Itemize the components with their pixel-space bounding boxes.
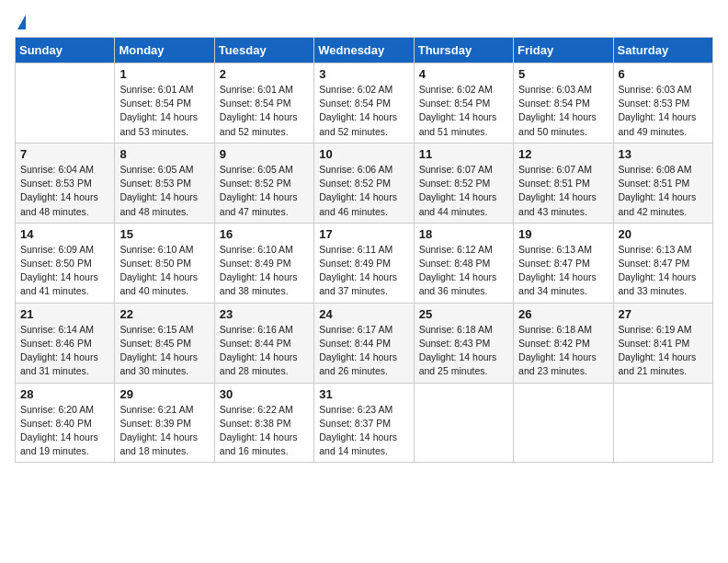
day-number: 9 bbox=[220, 147, 309, 161]
day-number: 17 bbox=[319, 227, 408, 241]
cell-content: Sunrise: 6:16 AM Sunset: 8:44 PM Dayligh… bbox=[220, 323, 309, 379]
cell-content: Sunrise: 6:07 AM Sunset: 8:51 PM Dayligh… bbox=[518, 163, 608, 219]
calendar-week-row: 1Sunrise: 6:01 AM Sunset: 8:54 PM Daylig… bbox=[16, 63, 713, 144]
calendar-cell: 23Sunrise: 6:16 AM Sunset: 8:44 PM Dayli… bbox=[214, 303, 313, 383]
day-number: 16 bbox=[220, 227, 309, 241]
header-cell-monday: Monday bbox=[115, 38, 214, 63]
calendar-cell: 5Sunrise: 6:03 AM Sunset: 8:54 PM Daylig… bbox=[514, 63, 613, 144]
cell-content: Sunrise: 6:13 AM Sunset: 8:47 PM Dayligh… bbox=[518, 243, 608, 299]
cell-content: Sunrise: 6:12 AM Sunset: 8:48 PM Dayligh… bbox=[419, 243, 508, 299]
cell-content: Sunrise: 6:15 AM Sunset: 8:45 PM Dayligh… bbox=[119, 323, 209, 379]
day-number: 28 bbox=[20, 387, 109, 401]
calendar-table: SundayMondayTuesdayWednesdayThursdayFrid… bbox=[15, 37, 713, 463]
cell-content: Sunrise: 6:10 AM Sunset: 8:50 PM Dayligh… bbox=[119, 243, 209, 299]
calendar-cell: 21Sunrise: 6:14 AM Sunset: 8:46 PM Dayli… bbox=[16, 303, 115, 383]
calendar-week-row: 14Sunrise: 6:09 AM Sunset: 8:50 PM Dayli… bbox=[16, 223, 713, 303]
cell-content: Sunrise: 6:13 AM Sunset: 8:47 PM Dayligh… bbox=[619, 243, 708, 299]
day-number: 24 bbox=[319, 307, 408, 321]
calendar-cell: 10Sunrise: 6:06 AM Sunset: 8:52 PM Dayli… bbox=[314, 143, 414, 223]
calendar-cell: 2Sunrise: 6:01 AM Sunset: 8:54 PM Daylig… bbox=[214, 63, 313, 144]
day-number: 18 bbox=[419, 227, 508, 241]
day-number: 23 bbox=[220, 307, 309, 321]
calendar-week-row: 7Sunrise: 6:04 AM Sunset: 8:53 PM Daylig… bbox=[16, 143, 713, 223]
day-number: 20 bbox=[619, 227, 708, 241]
cell-content: Sunrise: 6:23 AM Sunset: 8:37 PM Dayligh… bbox=[319, 403, 408, 459]
day-number: 27 bbox=[619, 307, 708, 321]
header-cell-wednesday: Wednesday bbox=[314, 38, 414, 63]
header-cell-thursday: Thursday bbox=[414, 38, 513, 63]
day-number: 10 bbox=[319, 147, 408, 161]
day-number: 14 bbox=[20, 227, 109, 241]
calendar-cell: 14Sunrise: 6:09 AM Sunset: 8:50 PM Dayli… bbox=[16, 223, 115, 303]
cell-content: Sunrise: 6:22 AM Sunset: 8:38 PM Dayligh… bbox=[220, 403, 309, 459]
logo-triangle-icon bbox=[17, 15, 26, 29]
day-number: 8 bbox=[119, 147, 209, 161]
calendar-cell: 16Sunrise: 6:10 AM Sunset: 8:49 PM Dayli… bbox=[214, 223, 313, 303]
calendar-cell: 17Sunrise: 6:11 AM Sunset: 8:49 PM Dayli… bbox=[314, 223, 414, 303]
header-row: SundayMondayTuesdayWednesdayThursdayFrid… bbox=[16, 38, 713, 63]
cell-content: Sunrise: 6:07 AM Sunset: 8:52 PM Dayligh… bbox=[419, 163, 508, 219]
calendar-cell: 13Sunrise: 6:08 AM Sunset: 8:51 PM Dayli… bbox=[613, 143, 712, 223]
header-cell-sunday: Sunday bbox=[16, 38, 115, 63]
calendar-cell: 27Sunrise: 6:19 AM Sunset: 8:41 PM Dayli… bbox=[613, 303, 712, 383]
cell-content: Sunrise: 6:18 AM Sunset: 8:43 PM Dayligh… bbox=[419, 323, 508, 379]
day-number: 21 bbox=[20, 307, 109, 321]
day-number: 2 bbox=[220, 67, 309, 81]
calendar-cell: 8Sunrise: 6:05 AM Sunset: 8:53 PM Daylig… bbox=[115, 143, 214, 223]
day-number: 11 bbox=[419, 147, 508, 161]
day-number: 12 bbox=[518, 147, 608, 161]
calendar-cell: 30Sunrise: 6:22 AM Sunset: 8:38 PM Dayli… bbox=[214, 383, 313, 463]
cell-content: Sunrise: 6:06 AM Sunset: 8:52 PM Dayligh… bbox=[319, 163, 408, 219]
cell-content: Sunrise: 6:04 AM Sunset: 8:53 PM Dayligh… bbox=[20, 163, 109, 219]
cell-content: Sunrise: 6:05 AM Sunset: 8:52 PM Dayligh… bbox=[220, 163, 309, 219]
cell-content: Sunrise: 6:10 AM Sunset: 8:49 PM Dayligh… bbox=[220, 243, 309, 299]
calendar-cell: 22Sunrise: 6:15 AM Sunset: 8:45 PM Dayli… bbox=[115, 303, 214, 383]
day-number: 31 bbox=[319, 387, 408, 401]
calendar-cell: 4Sunrise: 6:02 AM Sunset: 8:54 PM Daylig… bbox=[414, 63, 513, 144]
calendar-cell bbox=[16, 63, 115, 144]
cell-content: Sunrise: 6:21 AM Sunset: 8:39 PM Dayligh… bbox=[119, 403, 209, 459]
header-cell-tuesday: Tuesday bbox=[214, 38, 313, 63]
calendar-cell bbox=[613, 383, 712, 463]
cell-content: Sunrise: 6:14 AM Sunset: 8:46 PM Dayligh… bbox=[20, 323, 109, 379]
day-number: 5 bbox=[518, 67, 608, 81]
day-number: 13 bbox=[619, 147, 708, 161]
cell-content: Sunrise: 6:01 AM Sunset: 8:54 PM Dayligh… bbox=[119, 83, 209, 139]
calendar-cell: 29Sunrise: 6:21 AM Sunset: 8:39 PM Dayli… bbox=[115, 383, 214, 463]
day-number: 25 bbox=[419, 307, 508, 321]
calendar-cell: 20Sunrise: 6:13 AM Sunset: 8:47 PM Dayli… bbox=[613, 223, 712, 303]
calendar-week-row: 21Sunrise: 6:14 AM Sunset: 8:46 PM Dayli… bbox=[16, 303, 713, 383]
calendar-cell: 1Sunrise: 6:01 AM Sunset: 8:54 PM Daylig… bbox=[115, 63, 214, 144]
cell-content: Sunrise: 6:02 AM Sunset: 8:54 PM Dayligh… bbox=[319, 83, 408, 139]
header-cell-friday: Friday bbox=[514, 38, 613, 63]
cell-content: Sunrise: 6:18 AM Sunset: 8:42 PM Dayligh… bbox=[518, 323, 608, 379]
calendar-cell: 9Sunrise: 6:05 AM Sunset: 8:52 PM Daylig… bbox=[214, 143, 313, 223]
calendar-cell: 6Sunrise: 6:03 AM Sunset: 8:53 PM Daylig… bbox=[613, 63, 712, 144]
day-number: 30 bbox=[220, 387, 309, 401]
calendar-cell bbox=[414, 383, 513, 463]
calendar-cell: 19Sunrise: 6:13 AM Sunset: 8:47 PM Dayli… bbox=[514, 223, 613, 303]
day-number: 19 bbox=[518, 227, 608, 241]
logo bbox=[15, 15, 26, 29]
calendar-cell: 18Sunrise: 6:12 AM Sunset: 8:48 PM Dayli… bbox=[414, 223, 513, 303]
calendar-cell: 26Sunrise: 6:18 AM Sunset: 8:42 PM Dayli… bbox=[514, 303, 613, 383]
day-number: 1 bbox=[119, 67, 209, 81]
day-number: 7 bbox=[20, 147, 109, 161]
cell-content: Sunrise: 6:09 AM Sunset: 8:50 PM Dayligh… bbox=[20, 243, 109, 299]
cell-content: Sunrise: 6:03 AM Sunset: 8:54 PM Dayligh… bbox=[518, 83, 608, 139]
cell-content: Sunrise: 6:05 AM Sunset: 8:53 PM Dayligh… bbox=[119, 163, 209, 219]
day-number: 4 bbox=[419, 67, 508, 81]
calendar-cell: 7Sunrise: 6:04 AM Sunset: 8:53 PM Daylig… bbox=[16, 143, 115, 223]
cell-content: Sunrise: 6:20 AM Sunset: 8:40 PM Dayligh… bbox=[20, 403, 109, 459]
day-number: 15 bbox=[119, 227, 209, 241]
calendar-cell: 3Sunrise: 6:02 AM Sunset: 8:54 PM Daylig… bbox=[314, 63, 414, 144]
cell-content: Sunrise: 6:08 AM Sunset: 8:51 PM Dayligh… bbox=[619, 163, 708, 219]
calendar-cell: 15Sunrise: 6:10 AM Sunset: 8:50 PM Dayli… bbox=[115, 223, 214, 303]
header-cell-saturday: Saturday bbox=[613, 38, 712, 63]
calendar-cell bbox=[514, 383, 613, 463]
calendar-cell: 25Sunrise: 6:18 AM Sunset: 8:43 PM Dayli… bbox=[414, 303, 513, 383]
page-header bbox=[15, 15, 713, 29]
cell-content: Sunrise: 6:17 AM Sunset: 8:44 PM Dayligh… bbox=[319, 323, 408, 379]
cell-content: Sunrise: 6:11 AM Sunset: 8:49 PM Dayligh… bbox=[319, 243, 408, 299]
day-number: 29 bbox=[119, 387, 209, 401]
